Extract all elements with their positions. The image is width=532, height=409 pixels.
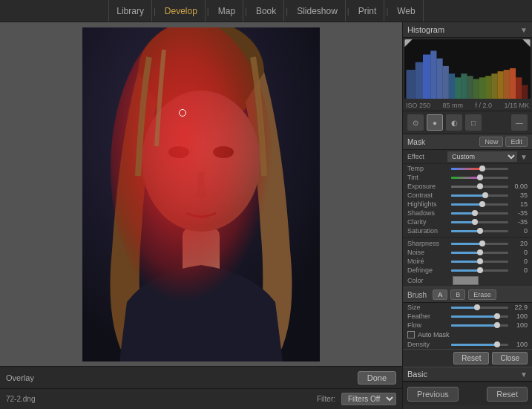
brush-feather-track[interactable]	[451, 315, 508, 318]
slider-shadows-track[interactable]	[451, 212, 508, 215]
overlay-label: Overlay	[6, 373, 34, 382]
svg-rect-28	[516, 77, 522, 99]
slider-highlights-track[interactable]	[451, 203, 508, 206]
histogram-header: Histogram ▼	[403, 22, 532, 38]
svg-rect-29	[522, 85, 528, 99]
mask-buttons: New Edit	[479, 137, 528, 147]
slider-tint: Tint	[403, 173, 532, 182]
brush-tab-b[interactable]: B	[450, 289, 465, 300]
tool-icons-bar: ⊙ ● ◐ □ —	[403, 111, 532, 134]
slider-moire-label: Moiré	[407, 258, 448, 265]
slider-highlights-label: Highlights	[407, 200, 448, 208]
done-button[interactable]: Done	[358, 371, 396, 385]
histogram-chevron-icon[interactable]: ▼	[520, 26, 528, 34]
nav-develop[interactable]: Develop	[157, 0, 206, 22]
iso-info: ISO 250	[406, 102, 430, 109]
nav-sep-2: |	[206, 7, 211, 16]
panel-reset-button[interactable]: Reset	[487, 387, 528, 402]
color-row: Color	[403, 275, 532, 287]
brush-size-label: Size	[407, 304, 448, 311]
slider-noise: Noise 0	[403, 248, 532, 257]
slider-highlights: Highlights 15	[403, 200, 532, 209]
portrait-svg	[82, 27, 320, 361]
slider-contrast-track[interactable]	[451, 194, 508, 197]
svg-rect-24	[491, 73, 497, 99]
slider-temp-track[interactable]	[451, 168, 508, 170]
nav-book[interactable]: Book	[249, 0, 284, 22]
tool-icon-5[interactable]: —	[511, 114, 528, 131]
brush-density-track[interactable]	[451, 344, 508, 346]
slider-saturation-track[interactable]	[451, 230, 508, 232]
slider-defringe-val: 0	[511, 266, 528, 274]
svg-rect-14	[430, 50, 436, 99]
brush-tab-a[interactable]: A	[433, 289, 447, 300]
svg-rect-27	[510, 68, 516, 99]
panel-bottom: Previous Reset	[403, 382, 532, 405]
svg-rect-13	[423, 55, 430, 99]
nav-print[interactable]: Print	[351, 0, 385, 22]
slider-contrast-val: 35	[511, 192, 528, 199]
slider-exposure-track[interactable]	[451, 186, 508, 188]
divider-1	[403, 237, 532, 238]
tool-icon-3[interactable]: ◐	[446, 114, 462, 131]
nav-web[interactable]: Web	[390, 0, 423, 22]
auto-mask-checkbox[interactable]	[407, 331, 415, 338]
brush-flow-val: 100	[511, 321, 528, 329]
svg-rect-16	[443, 66, 449, 99]
filter-label: Filter:	[317, 395, 335, 403]
slider-noise-track[interactable]	[451, 252, 508, 254]
mask-edit-button[interactable]: Edit	[505, 137, 528, 147]
slider-defringe-track[interactable]	[451, 269, 508, 272]
sliders-container: Temp Tint Exposure	[403, 164, 532, 275]
close-button[interactable]: Close	[492, 352, 528, 364]
slider-moire-track[interactable]	[451, 261, 508, 263]
basic-label: Basic	[407, 370, 427, 379]
brush-erase-tab[interactable]: Erase	[468, 289, 496, 300]
filter-dropdown[interactable]: Filters Off	[341, 393, 396, 405]
effect-row: Effect Custom ▼	[403, 150, 532, 164]
main-area: Overlay Done 72-2.dng Filter: Filters Of…	[0, 22, 532, 409]
svg-rect-19	[461, 73, 467, 99]
nav-sep-1: |	[152, 7, 157, 16]
svg-point-7	[111, 27, 274, 317]
slider-exposure-val: 0.00	[511, 183, 528, 190]
photo-container[interactable]	[0, 22, 402, 366]
slider-moire: Moiré 0	[403, 257, 532, 266]
slider-tint-track[interactable]	[451, 177, 508, 179]
brush-size-track[interactable]	[451, 307, 508, 309]
reset-button[interactable]: Reset	[453, 352, 489, 364]
basic-chevron-icon[interactable]: ▼	[520, 370, 528, 379]
nav-library[interactable]: Library	[108, 0, 152, 22]
auto-mask-row: Auto Mask	[403, 330, 532, 340]
slider-exposure-label: Exposure	[407, 183, 448, 190]
image-area: Overlay Done 72-2.dng Filter: Filters Of…	[0, 22, 402, 409]
slider-clarity-val: -35	[511, 218, 528, 226]
slider-clarity: Clarity -35	[403, 217, 532, 226]
tool-icon-2[interactable]: ●	[427, 114, 443, 131]
right-panel: Histogram ▼	[402, 22, 532, 409]
svg-rect-20	[467, 76, 473, 99]
brush-flow-track[interactable]	[451, 324, 508, 327]
brush-feather-label: Feather	[407, 313, 448, 320]
status-bar: Overlay Done	[0, 366, 402, 388]
shutter-info: 1/15 MK	[504, 102, 529, 109]
svg-rect-23	[485, 76, 491, 99]
nav-map[interactable]: Map	[211, 0, 243, 22]
slider-defringe-label: Defringe	[407, 266, 448, 274]
tool-icon-1[interactable]: ⊙	[407, 114, 424, 131]
svg-rect-22	[479, 77, 485, 99]
slider-exposure: Exposure 0.00	[403, 182, 532, 191]
effect-chevron-icon[interactable]: ▼	[520, 153, 528, 161]
slider-clarity-track[interactable]	[451, 221, 508, 223]
color-swatch[interactable]	[453, 276, 479, 285]
slider-sharpness-track[interactable]	[451, 243, 508, 245]
basic-panel-header: Basic ▼	[403, 367, 532, 382]
svg-rect-21	[473, 79, 479, 99]
tool-icon-4[interactable]: □	[465, 114, 482, 131]
previous-button[interactable]: Previous	[407, 387, 459, 402]
mask-new-button[interactable]: New	[479, 137, 503, 147]
slider-shadows: Shadows -35	[403, 209, 532, 217]
effect-dropdown[interactable]: Custom	[447, 151, 517, 162]
slider-highlights-val: 15	[511, 200, 528, 208]
nav-slideshow[interactable]: Slideshow	[289, 0, 346, 22]
